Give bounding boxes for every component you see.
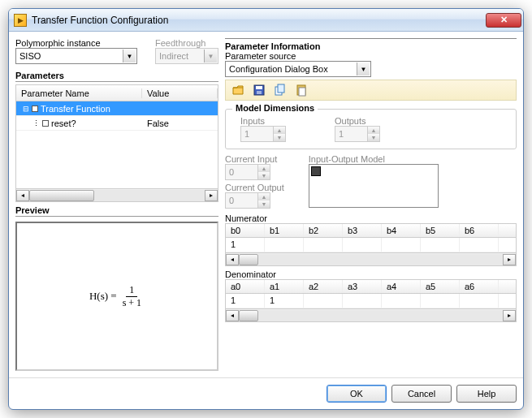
parameters-table: Parameter Name Value ⊟Transfer Function … <box>15 84 218 202</box>
open-icon[interactable] <box>231 83 245 97</box>
scroll-left-button[interactable]: ◂ <box>226 310 239 321</box>
parameters-body[interactable]: ⊟Transfer Function ⋮reset? False <box>16 101 218 188</box>
parameter-source-select[interactable]: Configuration Dialog Box ▼ <box>225 61 371 77</box>
scroll-right-button[interactable]: ▸ <box>205 190 218 201</box>
numerator-row[interactable]: 1 <box>226 238 516 252</box>
coef-cell[interactable]: 1 <box>265 294 304 308</box>
dialog-buttons: OK Cancel Help <box>9 377 523 409</box>
scroll-right-button[interactable]: ▸ <box>503 254 516 265</box>
col-value[interactable]: Value <box>142 88 218 98</box>
app-icon: ▶ <box>14 14 27 27</box>
coef-col[interactable]: a0 <box>226 280 265 293</box>
scroll-right-button[interactable]: ▸ <box>503 310 516 321</box>
coef-col[interactable]: b4 <box>382 224 421 237</box>
coef-col[interactable]: a1 <box>265 280 304 293</box>
preview-header: Preview <box>15 205 218 217</box>
coef-col[interactable]: b6 <box>460 224 499 237</box>
coef-col[interactable]: b3 <box>343 224 382 237</box>
numerator-table[interactable]: b0 b1 b2 b3 b4 b5 b6 1 <box>225 223 517 266</box>
help-button[interactable]: Help <box>456 385 517 403</box>
coef-col[interactable]: a5 <box>421 280 460 293</box>
cancel-button[interactable]: Cancel <box>391 385 452 403</box>
coef-cell[interactable] <box>304 294 343 308</box>
save-icon[interactable] <box>252 83 266 97</box>
coef-cell[interactable] <box>460 238 499 252</box>
coef-col[interactable]: b1 <box>265 224 304 237</box>
coef-cell[interactable] <box>265 238 304 252</box>
scroll-thumb[interactable] <box>239 254 258 265</box>
polymorphic-value: SISO <box>19 51 41 61</box>
io-model-label: Input-Output Model <box>309 154 439 164</box>
coef-cell[interactable] <box>304 238 343 252</box>
right-column: Parameter Information Parameter source C… <box>225 38 517 371</box>
denominator-header: a0 a1 a2 a3 a4 a5 a6 <box>226 280 516 294</box>
spin-up-icon: ▲ <box>258 165 270 172</box>
feedthrough-label: Feedthrough <box>155 38 218 48</box>
coef-cell[interactable]: 1 <box>226 294 265 308</box>
collapse-icon[interactable]: ⊟ <box>23 105 29 113</box>
coef-col[interactable]: a4 <box>382 280 421 293</box>
coef-cell[interactable] <box>382 294 421 308</box>
table-row[interactable]: ⊟Transfer Function <box>16 101 218 116</box>
coef-cell[interactable] <box>343 238 382 252</box>
coef-col[interactable]: a6 <box>460 280 499 293</box>
polymorphic-select[interactable]: SISO ▼ <box>15 48 137 64</box>
coef-col[interactable]: b5 <box>421 224 460 237</box>
item-icon <box>42 120 49 127</box>
scroll-thumb[interactable] <box>29 190 94 201</box>
denominator-row[interactable]: 1 1 <box>226 294 516 308</box>
denominator-table[interactable]: a0 a1 a2 a3 a4 a5 a6 1 1 <box>225 279 517 322</box>
coef-cell[interactable] <box>382 238 421 252</box>
coef-col[interactable]: a2 <box>304 280 343 293</box>
toolbar <box>225 80 517 101</box>
coef-col[interactable]: b0 <box>226 224 265 237</box>
denominator-scrollbar[interactable]: ◂ ▸ <box>226 308 516 321</box>
coef-col[interactable]: b2 <box>304 224 343 237</box>
outputs-value: 1 <box>335 129 367 139</box>
col-parameter-name[interactable]: Parameter Name <box>16 88 142 98</box>
transfer-function-formula: H(s) = 1 s + 1 <box>89 284 145 309</box>
close-button[interactable]: ✕ <box>486 13 521 28</box>
numerator-scrollbar[interactable]: ◂ ▸ <box>226 252 516 265</box>
table-row[interactable]: ⋮reset? False <box>16 116 218 131</box>
param-name: Transfer Function <box>41 104 110 114</box>
item-icon <box>32 106 38 112</box>
copy-icon[interactable] <box>273 83 288 97</box>
spin-down-icon: ▼ <box>258 200 270 208</box>
param-name: reset? <box>51 119 76 128</box>
parameters-table-header: Parameter Name Value <box>16 85 218 101</box>
content-area: Polymorphic instance SISO ▼ Feedthrough … <box>9 32 523 377</box>
inputs-value: 1 <box>241 129 273 139</box>
paste-icon[interactable] <box>294 83 309 97</box>
ok-button[interactable]: OK <box>327 385 387 403</box>
denominator-label: Denominator <box>225 269 517 279</box>
spin-down-icon: ▼ <box>368 134 379 141</box>
horizontal-scrollbar[interactable]: ◂ ▸ <box>16 188 218 201</box>
spin-up-icon: ▲ <box>258 193 270 200</box>
coef-col[interactable]: a3 <box>343 280 382 293</box>
spin-down-icon: ▼ <box>274 134 285 141</box>
current-output-value: 0 <box>226 196 257 205</box>
scroll-left-button[interactable]: ◂ <box>16 190 29 201</box>
coef-cell[interactable] <box>460 294 499 308</box>
inputs-spinbox: 1 ▲▼ <box>240 126 286 142</box>
inputs-label: Inputs <box>240 116 286 126</box>
spin-up-icon: ▲ <box>274 127 285 134</box>
io-model-cell[interactable] <box>311 166 321 176</box>
chevron-down-icon: ▼ <box>204 50 217 62</box>
coef-cell[interactable] <box>421 238 460 252</box>
polymorphic-label: Polymorphic instance <box>15 38 145 48</box>
feedthrough-value: Indirect <box>159 51 188 61</box>
io-model-grid[interactable] <box>309 164 439 208</box>
parameter-source-value: Configuration Dialog Box <box>229 64 328 74</box>
coef-cell[interactable]: 1 <box>226 238 265 252</box>
tree-branch-icon: ⋮ <box>32 119 40 127</box>
coef-cell[interactable] <box>421 294 460 308</box>
scroll-left-button[interactable]: ◂ <box>226 254 239 265</box>
scroll-thumb[interactable] <box>239 310 258 321</box>
parameter-source-label: Parameter source <box>225 51 517 61</box>
coef-cell[interactable] <box>343 294 382 308</box>
current-output-label: Current Output <box>225 183 284 192</box>
chevron-down-icon: ▼ <box>357 62 370 75</box>
window-title: Transfer Function Configuration <box>32 15 486 26</box>
